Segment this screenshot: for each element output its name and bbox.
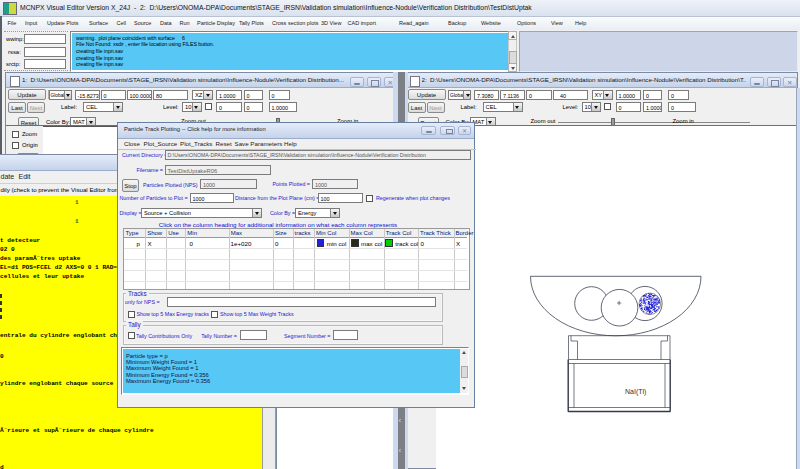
svg-text:NaI(Tl): NaI(Tl)	[625, 388, 646, 396]
